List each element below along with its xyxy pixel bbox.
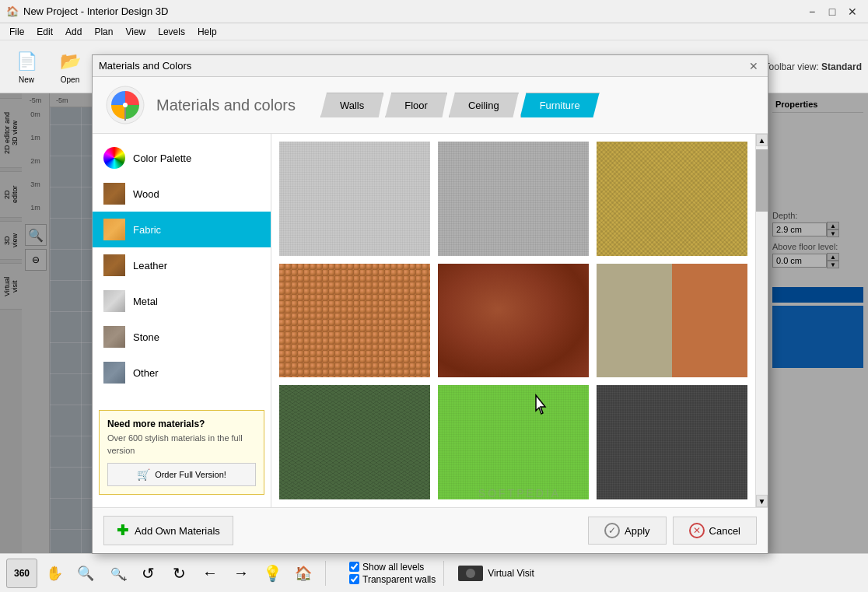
toolbar-view-info: Toolbar view: Standard [765, 61, 862, 72]
scroll-down-btn[interactable]: ▼ [756, 495, 768, 507]
minimize-button[interactable]: − [803, 2, 821, 21]
show-all-levels-label: Show all levels [362, 562, 424, 573]
title-bar-left: 🏠 New Project - Interior Design 3D [6, 5, 168, 17]
sidebar-fabric[interactable]: Fabric [93, 212, 271, 247]
status-divider-1 [325, 561, 326, 586]
toolbar-new-label: New [19, 75, 34, 84]
tab-ceiling[interactable]: Ceiling [449, 93, 519, 117]
menu-bar: File Edit Add Plan View Levels Help [0, 23, 868, 40]
sidebar-leather[interactable]: Leather [93, 247, 271, 283]
swatch-burlap[interactable] [595, 140, 749, 257]
apply-label: Apply [625, 525, 650, 537]
new-icon: 📄 [14, 49, 39, 74]
scroll-up-btn[interactable]: ▲ [756, 134, 768, 146]
tab-furniture[interactable]: Furniture [520, 93, 600, 117]
order-btn-label: Order Full Version! [155, 470, 226, 479]
dialog-logo [105, 85, 145, 125]
sidebar-stone[interactable]: Stone [93, 319, 271, 355]
sidebar-wood[interactable]: Wood [93, 176, 271, 212]
virtual-visit-btn[interactable]: Virtual Visit [458, 566, 534, 581]
menu-plan[interactable]: Plan [88, 25, 119, 39]
dialog-header-title: Materials and colors [156, 96, 296, 114]
status-redo-btn[interactable]: ↻ [165, 559, 193, 587]
add-own-materials-button[interactable]: ✚ Add Own Materials [103, 516, 233, 545]
metal-label: Metal [133, 296, 158, 307]
menu-help[interactable]: Help [191, 25, 223, 39]
sidebar-color-palette[interactable]: Color Palette [93, 140, 271, 176]
wood-icon [103, 183, 125, 205]
leather-label: Leather [133, 260, 167, 271]
tab-walls[interactable]: Walls [320, 93, 383, 117]
swatch-dark-charcoal[interactable] [595, 384, 749, 501]
toolbar-open[interactable]: 📂 Open [50, 44, 90, 89]
footer-right: ✓ Apply ✕ Cancel [588, 517, 757, 545]
metal-icon [103, 290, 125, 312]
status-undo-btn[interactable]: ↺ [134, 559, 162, 587]
dialog-title-text: Materials and Colors [99, 60, 191, 72]
menu-levels[interactable]: Levels [152, 25, 191, 39]
status-next-btn[interactable]: → [227, 559, 255, 587]
status-360-btn[interactable]: 360 [6, 559, 37, 588]
scrollbar[interactable]: ▲ ▼ [755, 134, 768, 507]
cancel-label: Cancel [709, 525, 740, 537]
fabric-label: Fabric [133, 224, 161, 236]
menu-edit[interactable]: Edit [30, 25, 59, 39]
swatch-green-bright[interactable] [436, 384, 590, 501]
menu-view[interactable]: View [119, 25, 152, 39]
apply-button[interactable]: ✓ Apply [588, 517, 667, 545]
maximize-button[interactable]: □ [823, 2, 842, 21]
swatch-linen-light-inner [279, 142, 430, 256]
swatch-split-beige-rust[interactable] [595, 262, 749, 380]
apply-check-icon: ✓ [604, 523, 620, 538]
swatch-copper[interactable] [278, 262, 432, 380]
stone-icon [103, 326, 125, 348]
sidebar-other[interactable]: Other [93, 355, 271, 391]
sidebar-metal[interactable]: Metal [93, 283, 271, 319]
show-all-levels-input[interactable] [349, 562, 359, 572]
toolbar-new[interactable]: 📄 New [6, 44, 47, 89]
swatch-green-dark[interactable] [278, 384, 432, 501]
status-hand-btn[interactable]: ✋ [40, 559, 68, 587]
fabric-icon [103, 219, 125, 240]
add-materials-label: Add Own Materials [135, 525, 220, 537]
add-icon: ✚ [117, 522, 128, 539]
order-full-version-button[interactable]: 🛒 Order Full Version! [107, 463, 256, 486]
show-all-levels-checkbox[interactable]: Show all levels [349, 562, 436, 573]
toolbar-open-label: Open [61, 75, 79, 84]
promo-text: Over 600 stylish materials in the full v… [107, 433, 256, 457]
swatch-burlap-inner [597, 142, 747, 256]
cancel-button[interactable]: ✕ Cancel [673, 517, 757, 545]
scroll-thumb[interactable] [756, 149, 768, 212]
status-checkboxes: Show all levels Transparent walls [349, 562, 436, 585]
leather-icon [103, 254, 125, 276]
materials-dialog: Materials and Colors ✕ Materials and col… [92, 54, 768, 554]
wood-label: Wood [133, 188, 159, 200]
status-zoom-out-btn[interactable]: 🔍 [72, 559, 100, 587]
virtual-visit-label: Virtual Visit [488, 568, 534, 579]
swatch-brown-leather[interactable] [436, 262, 590, 380]
swatch-copper-inner [279, 264, 430, 378]
menu-add[interactable]: Add [59, 25, 88, 39]
app-icon: 🏠 [6, 5, 19, 17]
promo-box: Need more materials? Over 600 stylish ma… [99, 410, 264, 495]
color-palette-label: Color Palette [133, 152, 191, 164]
close-button[interactable]: ✕ [843, 2, 862, 21]
status-light-btn[interactable]: 💡 [258, 559, 286, 587]
swatch-green-bright-inner [438, 385, 589, 499]
status-zoom-in-btn[interactable]: 🔍+ [103, 559, 131, 587]
dialog-close-button[interactable]: ✕ [746, 58, 761, 74]
transparent-walls-input[interactable] [349, 574, 359, 584]
status-divider-2 [443, 561, 444, 586]
tab-floor[interactable]: Floor [385, 93, 447, 117]
swatch-linen-medium[interactable] [436, 140, 590, 257]
status-home-btn[interactable]: 🏠 [289, 559, 317, 587]
materials-grid [271, 134, 768, 507]
dialog-footer: ✚ Add Own Materials ✓ Apply ✕ Cancel [93, 507, 768, 553]
app-title: New Project - Interior Design 3D [23, 5, 168, 17]
transparent-walls-checkbox[interactable]: Transparent walls [349, 574, 436, 585]
menu-file[interactable]: File [3, 25, 30, 39]
title-bar: 🏠 New Project - Interior Design 3D − □ ✕ [0, 0, 868, 23]
swatch-linen-light[interactable] [278, 140, 432, 257]
dialog-tabs: Walls Floor Ceiling Furniture [320, 93, 600, 117]
status-prev-btn[interactable]: ← [196, 559, 224, 587]
